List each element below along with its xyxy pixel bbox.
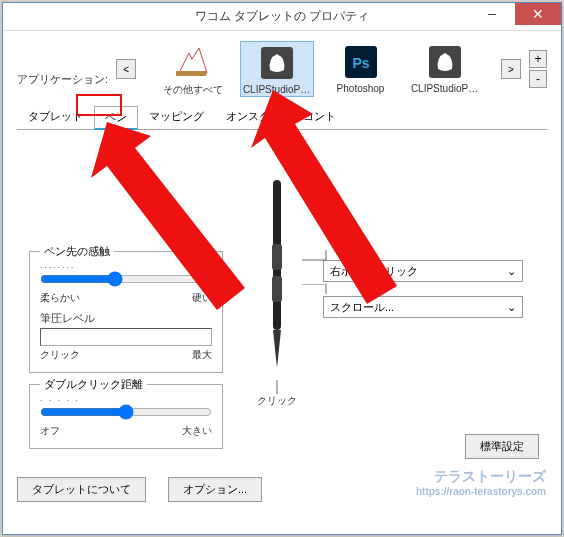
window-title: ワコム タブレットの プロパティ — [195, 8, 370, 25]
doubleclick-group: ダブルクリック距離 · · · · · オフ 大きい — [29, 377, 223, 449]
svg-text:Ps: Ps — [352, 55, 369, 71]
doubleclick-slider[interactable] — [40, 404, 212, 420]
svg-rect-6 — [272, 244, 282, 270]
app-all[interactable]: その他すべて — [156, 41, 230, 97]
application-label: アプリケーション: — [17, 52, 108, 87]
chevron-down-icon: ⌄ — [507, 265, 516, 278]
app-next-button[interactable]: > — [501, 59, 521, 79]
max-label: 最大 — [192, 348, 212, 362]
app-clipstudio[interactable]: CLIPStudioP… — [240, 41, 314, 97]
photoshop-icon: Ps — [342, 43, 380, 81]
close-button[interactable]: ✕ — [515, 3, 561, 25]
window-buttons: ─ ✕ — [469, 3, 561, 25]
app-photoshop[interactable]: Ps Photoshop — [324, 41, 398, 97]
defaults-button[interactable]: 標準設定 — [465, 434, 539, 459]
minimize-button[interactable]: ─ — [469, 3, 515, 25]
lower-button-dropdown[interactable]: スクロール... ⌄ — [323, 296, 523, 318]
tab-pen[interactable]: ペン — [94, 106, 138, 130]
doubleclick-title: ダブルクリック距離 — [40, 377, 147, 392]
footer: タブレットについて オプション... — [3, 469, 561, 510]
tip-feel-labels: 柔らかい 硬い — [40, 291, 212, 305]
clipstudio-icon — [426, 43, 464, 81]
tip-feel-group: ペン先の感触 · · · · · · · · 柔らかい 硬い 筆圧レベル クリッ… — [29, 244, 223, 373]
large-label: 大きい — [182, 424, 212, 438]
app-label: CLIPStudioP… — [411, 83, 478, 94]
pressure-label: 筆圧レベル — [40, 311, 212, 326]
tip-feel-title: ペン先の感触 — [40, 244, 114, 259]
app-prev-button[interactable]: < — [116, 59, 136, 79]
soft-label: 柔らかい — [40, 291, 80, 305]
left-column: ペン先の感触 · · · · · · · · 柔らかい 硬い 筆圧レベル クリッ… — [21, 140, 231, 453]
application-row: アプリケーション: < その他すべて CLIPStudioP… — [17, 41, 547, 97]
pressure-labels: クリック 最大 — [40, 348, 212, 362]
titlebar: ワコム タブレットの プロパティ ─ ✕ — [3, 3, 561, 31]
doubleclick-labels: オフ 大きい — [40, 424, 212, 438]
app-label: Photoshop — [337, 83, 385, 94]
svg-marker-8 — [273, 330, 281, 368]
pressure-bar — [40, 328, 212, 346]
app-label: その他すべて — [163, 83, 223, 97]
app-label: CLIPStudioP… — [243, 84, 310, 95]
tab-onscreen[interactable]: オンスクリーンコント — [215, 105, 347, 129]
tab-mapping[interactable]: マッピング — [138, 105, 215, 129]
click-label: クリック — [40, 348, 80, 362]
drop-label: 右ボタンクリック — [330, 264, 418, 279]
main-panel: ペン先の感触 · · · · · · · · 柔らかい 硬い 筆圧レベル クリッ… — [17, 130, 547, 463]
clipstudio-icon — [258, 44, 296, 82]
tip-click-label: クリック — [257, 394, 297, 408]
firm-label: 硬い — [192, 291, 212, 305]
about-button[interactable]: タブレットについて — [17, 477, 146, 502]
tabs: タブレット ペン マッピング オンスクリーンコント — [17, 105, 547, 130]
chevron-down-icon: ⌄ — [507, 301, 516, 314]
right-column: 右ボタンクリック ⌄ スクロール... ⌄ — [323, 140, 543, 453]
window: ワコム タブレットの プロパティ ─ ✕ アプリケーション: < その他すべて — [2, 2, 562, 535]
connector-line — [302, 284, 342, 304]
all-apps-icon — [174, 43, 212, 81]
app-add-remove: + - — [529, 50, 547, 88]
tip-feel-slider[interactable] — [40, 271, 212, 287]
applications-list: その他すべて CLIPStudioP… Ps Photoshop — [144, 41, 493, 97]
off-label: オフ — [40, 424, 60, 438]
app-clipstudio2[interactable]: CLIPStudioP… — [408, 41, 482, 97]
options-button[interactable]: オプション... — [168, 477, 262, 502]
connector-line — [302, 250, 342, 270]
add-app-button[interactable]: + — [529, 50, 547, 68]
remove-app-button[interactable]: - — [529, 70, 547, 88]
upper-button-dropdown[interactable]: 右ボタンクリック ⌄ — [323, 260, 523, 282]
svg-rect-7 — [272, 276, 282, 302]
svg-rect-0 — [176, 71, 206, 76]
content: アプリケーション: < その他すべて CLIPStudioP… — [3, 31, 561, 469]
pen-illustration — [257, 180, 297, 380]
tab-tablet[interactable]: タブレット — [17, 105, 94, 129]
tip-connector — [276, 380, 278, 394]
